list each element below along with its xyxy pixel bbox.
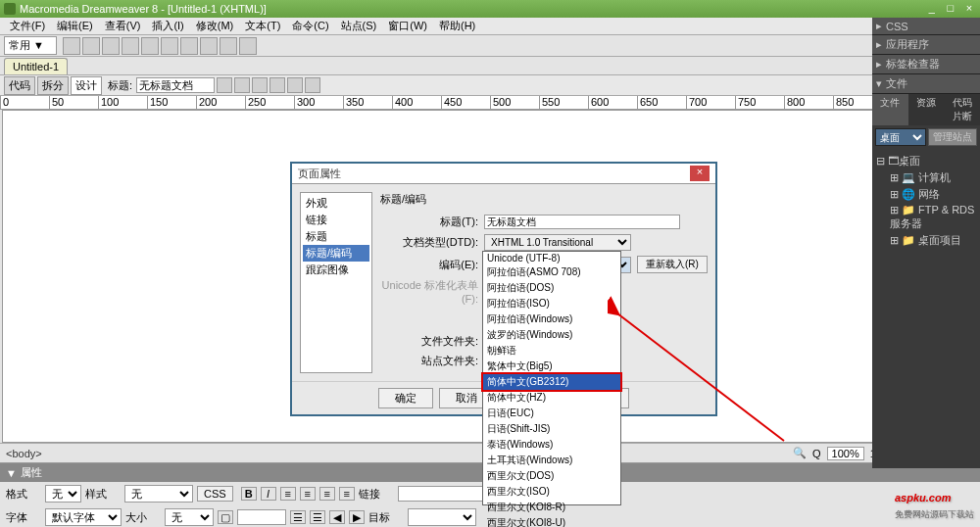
toolbar-button[interactable] [161,37,178,55]
menu-item[interactable]: 编辑(E) [51,19,99,33]
page-title-input[interactable] [484,215,680,229]
site-select[interactable]: 桌面 [875,128,926,146]
panel-header[interactable]: ▸CSS [872,18,980,35]
list-ul-icon[interactable]: ☰ [290,510,306,524]
dropdown-option[interactable]: 简体中文(HZ) [483,390,620,406]
panel-header[interactable]: ▸标签检查器 [872,55,980,74]
dropdown-option[interactable]: 阿拉伯语(Windows) [483,311,620,327]
toolbar-button[interactable] [180,37,198,55]
align-right-icon[interactable]: ≡ [319,487,335,501]
toolbar-button[interactable] [234,77,250,93]
encoding-dropdown[interactable]: Unicode (UTF-8)阿拉伯语(ASMO 708)阿拉伯语(DOS)阿拉… [482,251,621,505]
italic-icon[interactable]: I [261,487,276,501]
menu-item[interactable]: 插入(I) [146,19,189,33]
minimize-icon[interactable]: _ [925,2,939,16]
toolbar-button[interactable] [82,37,100,55]
dropdown-option[interactable]: 阿拉伯语(DOS) [483,280,620,296]
tree-item[interactable]: ⊞ 📁 桌面项目 [890,232,976,249]
dtd-select[interactable]: XHTML 1.0 Transitional [484,234,631,251]
align-justify-icon[interactable]: ≡ [339,487,355,501]
format-select[interactable]: 无 [45,485,81,503]
split-view-button[interactable]: 拆分 [37,76,69,95]
tree-root[interactable]: ⊟ 🗔 桌面 [876,153,976,169]
panel-header[interactable]: ▾文件 [872,74,980,94]
dropdown-option[interactable]: 阿拉伯语(ISO) [483,296,620,311]
toolbar-button[interactable] [270,77,285,93]
menu-item[interactable]: 查看(V) [99,19,147,33]
document-tab[interactable]: Untitled-1 [4,58,68,74]
close-icon[interactable]: × [962,2,976,16]
dropdown-option[interactable]: 阿拉伯语(ASMO 708) [483,264,620,280]
dialog-close-icon[interactable]: × [690,166,710,181]
toolbar-button[interactable] [220,37,237,55]
toolbar-button[interactable] [122,37,139,55]
dropdown-option[interactable]: 西里尔文(ISO) [483,484,620,500]
toolbar-button[interactable] [287,77,303,93]
menu-item[interactable]: 文件(F) [4,19,51,33]
dropdown-option[interactable]: 日语(Shift-JIS) [483,421,620,437]
code-view-button[interactable]: 代码 [4,76,35,95]
menu-item[interactable]: 修改(M) [190,19,240,33]
menu-bar: 文件(F)编辑(E)查看(V)插入(I)修改(M)文本(T)命令(C)站点(S)… [0,18,980,35]
color-input[interactable] [237,509,286,525]
toolbar-button[interactable] [239,37,257,55]
dropdown-option[interactable]: 土耳其语(Windows) [483,453,620,468]
dropdown-option[interactable]: 朝鲜语 [483,343,620,359]
outdent-icon[interactable]: ◀ [329,510,345,524]
category-item[interactable]: 标题 [303,228,369,245]
dropdown-option[interactable]: 西里尔文(DOS) [483,468,620,484]
dropdown-option[interactable]: 西里尔文(KOI8-U) [483,515,620,527]
dropdown-option[interactable]: 波罗的语(Windows) [483,327,620,343]
text-color-icon[interactable]: ▢ [218,510,233,524]
zoom-percent[interactable]: 100% [827,447,864,460]
dropdown-option[interactable]: Unicode (UTF-8) [483,252,620,264]
category-item[interactable]: 跟踪图像 [303,262,369,278]
zoom-tool-icon[interactable]: 🔍 [793,447,807,459]
panel-header[interactable]: ▸应用程序 [872,35,980,55]
panel-tab[interactable]: 代码片断 [944,94,980,125]
style-select[interactable]: 无 [124,485,193,503]
align-left-icon[interactable]: ≡ [280,487,296,501]
reload-button[interactable]: 重新载入(R) [637,256,708,273]
dropdown-option[interactable]: 简体中文(GB2312) [483,374,620,390]
toolbar-button[interactable] [217,77,232,93]
category-item[interactable]: 标题/编码 [303,245,369,262]
list-ol-icon[interactable]: ☰ [310,510,325,524]
menu-item[interactable]: 文本(T) [239,19,286,33]
category-item[interactable]: 外观 [303,195,369,212]
tree-item[interactable]: ⊞ 🌐 网络 [890,186,976,203]
menu-item[interactable]: 帮助(H) [433,19,481,33]
tag-selector[interactable]: <body> [6,448,42,459]
dropdown-option[interactable]: 泰语(Windows) [483,437,620,453]
dropdown-option[interactable]: 日语(EUC) [483,406,620,421]
font-select[interactable]: 默认字体 [45,508,122,526]
toolbar-category-select[interactable]: 常用 ▼ [4,36,57,55]
panel-tab[interactable]: 文件 [872,94,908,125]
menu-item[interactable]: 窗口(W) [382,19,433,33]
target-select[interactable] [408,508,476,526]
toolbar-button[interactable] [141,37,159,55]
design-view-button[interactable]: 设计 [71,76,102,95]
panel-tab[interactable]: 资源 [908,94,945,125]
category-item[interactable]: 链接 [303,212,369,228]
title-input[interactable] [136,77,215,93]
maximize-icon[interactable]: □ [944,2,957,16]
dropdown-option[interactable]: 西里尔文(KOI8-R) [483,500,620,515]
toolbar-button[interactable] [63,37,80,55]
tree-item[interactable]: ⊞ 💻 计算机 [890,169,976,186]
toolbar-button[interactable] [102,37,120,55]
dropdown-option[interactable]: 繁体中文(Big5) [483,359,620,374]
align-center-icon[interactable]: ≡ [300,487,316,501]
tree-item[interactable]: ⊞ 📁 FTP & RDS 服务器 [890,203,976,232]
bold-icon[interactable]: B [241,487,257,501]
toolbar-button[interactable] [305,77,320,93]
menu-item[interactable]: 命令(C) [286,19,334,33]
indent-icon[interactable]: ▶ [349,510,365,524]
menu-item[interactable]: 站点(S) [335,19,383,33]
toolbar-button[interactable] [252,77,268,93]
dialog-button[interactable]: 确定 [378,388,433,408]
manage-sites-button[interactable]: 管理站点 [928,128,977,146]
css-button[interactable]: CSS [197,486,233,502]
size-select[interactable]: 无 [165,508,214,526]
toolbar-button[interactable] [200,37,218,55]
